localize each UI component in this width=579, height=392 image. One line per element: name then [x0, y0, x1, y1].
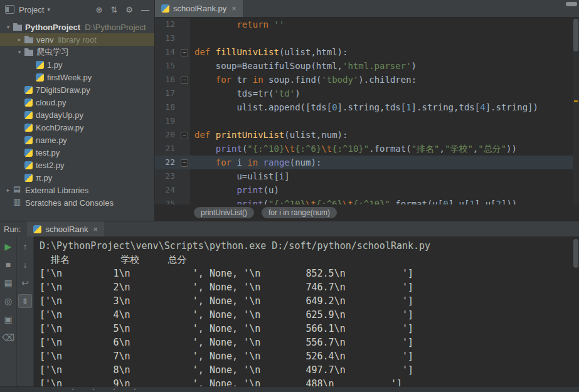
editor-tab-label: schoolRank.py: [173, 4, 226, 13]
tree-item-firstWeek.py[interactable]: firstWeek.py: [0, 71, 154, 83]
fold-marker-icon[interactable]: [179, 156, 189, 169]
tree-item-suffix: D:\PythonProject: [85, 23, 146, 32]
line-number: 19: [155, 114, 179, 128]
restore-layout-button[interactable]: ▦: [1, 276, 15, 290]
editor-tab-schoolrank[interactable]: schoolRank.py ×: [155, 0, 243, 17]
tree-item-suffix: library root: [58, 35, 96, 45]
tree-item-7DigitsDraw.py[interactable]: 7DigitsDraw.py: [0, 83, 154, 96]
folder-icon: [13, 23, 22, 31]
console-table-header: 排名 学校 总分: [40, 253, 579, 267]
fold-marker-icon[interactable]: [179, 73, 189, 87]
tree-item--[interactable]: ▾爬虫学习: [0, 46, 154, 58]
tree-item-label: daydayUp.py: [36, 110, 83, 120]
project-panel-header: Project ▾ ⊕⇅⚙—: [0, 0, 154, 19]
chevron-collapsed-icon[interactable]: ▸: [4, 187, 13, 193]
tree-item-label: Scratches and Consoles: [25, 198, 114, 208]
tree-item-1.py[interactable]: 1.py: [0, 58, 154, 71]
tree-item-Scratches-and-Consoles[interactable]: Scratches and Consoles: [0, 196, 154, 209]
tree-item-test2.py[interactable]: test2.py: [0, 159, 154, 171]
soft-wrap-button[interactable]: ↩: [18, 276, 32, 290]
status-icon[interactable]: ▪: [72, 387, 74, 392]
code-line-23[interactable]: 23 u=ulist[i]: [155, 169, 579, 183]
scrollbar-thumb[interactable]: [573, 19, 578, 51]
code-line-16[interactable]: 16 for tr in soup.find('tbody').children…: [155, 73, 579, 87]
locate-icon[interactable]: ⊕: [96, 5, 103, 14]
status-icon[interactable]: ▪: [114, 387, 115, 392]
tree-item-label: venv: [36, 35, 53, 45]
code-line-22[interactable]: 22 for i in range(num):: [155, 156, 579, 169]
python-file-icon: [161, 4, 169, 13]
code-line-12[interactable]: 12 return '': [155, 18, 579, 31]
clear-all-button[interactable]: ⌫: [1, 331, 15, 344]
chevron-collapsed-icon[interactable]: ▸: [15, 36, 24, 43]
fold-marker-icon[interactable]: [179, 45, 189, 59]
run-panel-body: ▶■▦◎▣⌫ ↑↓↩⇟ D:\PythonProject\venv\Script…: [0, 236, 579, 386]
tree-item-External-Libraries[interactable]: ▸External Libraries: [0, 184, 154, 196]
rerun-button[interactable]: ▶: [1, 240, 15, 253]
fold-gutter: [179, 169, 189, 183]
status-icon[interactable]: ▪: [134, 387, 136, 392]
up-the-stack-button[interactable]: ↑: [18, 240, 32, 253]
tree-item-name.py[interactable]: name.py: [0, 134, 154, 146]
code-text: print(u): [189, 183, 579, 197]
fold-marker-icon[interactable]: [179, 128, 189, 142]
code-line-17[interactable]: 17 tds=tr('td'): [155, 87, 579, 100]
line-number: 14: [155, 45, 179, 59]
tab-scrollbar-thumb[interactable]: [566, 2, 577, 6]
line-number: 18: [155, 100, 179, 114]
close-icon[interactable]: ×: [93, 225, 98, 234]
breadcrumb-item[interactable]: for i in range(num): [262, 207, 337, 218]
pin-button[interactable]: ◎: [1, 294, 15, 308]
tree-item-KochDraw.py[interactable]: KochDraw.py: [0, 121, 154, 134]
code-line-25[interactable]: 25 print("{:^10}\t{:^6}\t{:^10}".format(…: [155, 197, 579, 204]
tree-item-venv[interactable]: ▸venvlibrary root: [0, 33, 154, 46]
run-toolbar-primary: ▶■▦◎▣⌫: [0, 236, 17, 386]
line-number: 25: [155, 197, 179, 204]
code-line-21[interactable]: 21 print("{:^10}\t{:^6}\t{:^10}".format(…: [155, 142, 579, 156]
editor-scrollbar[interactable]: [573, 18, 579, 204]
code-line-24[interactable]: 24 print(u): [155, 183, 579, 197]
fold-gutter: [179, 100, 189, 114]
line-number: 15: [155, 59, 179, 73]
line-number: 17: [155, 87, 179, 100]
console-output-row: ['\n 3\n ', None, '\n 649.2\n ']: [40, 294, 579, 308]
down-the-stack-button[interactable]: ↓: [18, 258, 32, 272]
console-output-row: ['\n 8\n ', None, '\n 497.7\n ']: [40, 363, 579, 377]
code-text: for i in range(num):: [189, 156, 579, 169]
editor-tab-bar: schoolRank.py ×: [155, 0, 579, 18]
run-tab-schoolrank[interactable]: schoolRank ×: [27, 221, 104, 236]
code-area[interactable]: 12 return ''1314def fillUnivList(ulist,h…: [155, 18, 579, 204]
project-panel-title[interactable]: Project: [19, 5, 44, 14]
code-line-18[interactable]: 18 ulist.append([tds[0].string,tds[1].st…: [155, 100, 579, 114]
chevron-expanded-icon[interactable]: ▾: [4, 24, 13, 30]
console-output-row: ['\n 2\n ', None, '\n 746.7\n ']: [40, 280, 579, 294]
collapse-all-icon[interactable]: ⇅: [110, 5, 117, 14]
tree-item--.py[interactable]: π.py: [0, 171, 154, 184]
error-stripe-mark: [574, 100, 578, 102]
breadcrumb-item[interactable]: printUnivList(): [194, 207, 254, 218]
tree-item-daydayUp.py[interactable]: daydayUp.py: [0, 109, 154, 121]
tree-item-PythonProject[interactable]: ▾PythonProjectD:\PythonProject: [0, 21, 154, 33]
code-line-13[interactable]: 13: [155, 31, 579, 45]
tree-item-test.py[interactable]: test.py: [0, 146, 154, 159]
fold-gutter: [179, 87, 189, 100]
code-line-15[interactable]: 15 soup=BeautifulSoup(html,'html.parser'…: [155, 59, 579, 73]
tree-item-label: test.py: [36, 148, 60, 157]
stop-button[interactable]: ■: [1, 258, 15, 272]
close-icon[interactable]: ×: [231, 4, 236, 13]
hide-icon[interactable]: —: [141, 5, 149, 14]
code-line-20[interactable]: 20def printUnivList(ulist,num):: [155, 128, 579, 142]
console-output[interactable]: D:\PythonProject\venv\Scripts\python.exe…: [34, 236, 579, 386]
chevron-down-icon[interactable]: ▾: [47, 6, 50, 13]
print-button[interactable]: ▣: [1, 312, 15, 326]
chevron-expanded-icon[interactable]: ▾: [15, 49, 24, 55]
pyfile-icon: [36, 73, 44, 82]
code-line-19[interactable]: 19: [155, 114, 579, 128]
code-line-14[interactable]: 14def fillUnivList(ulist,html):: [155, 45, 579, 59]
fold-gutter: [179, 59, 189, 73]
scroll-to-end-button[interactable]: ⇟: [18, 294, 32, 308]
settings-icon[interactable]: ⚙: [125, 5, 133, 14]
tree-item-cloud.py[interactable]: cloud.py: [0, 96, 154, 109]
status-icon[interactable]: ▪: [93, 387, 95, 392]
console-scrollbar-thumb[interactable]: [573, 239, 578, 268]
